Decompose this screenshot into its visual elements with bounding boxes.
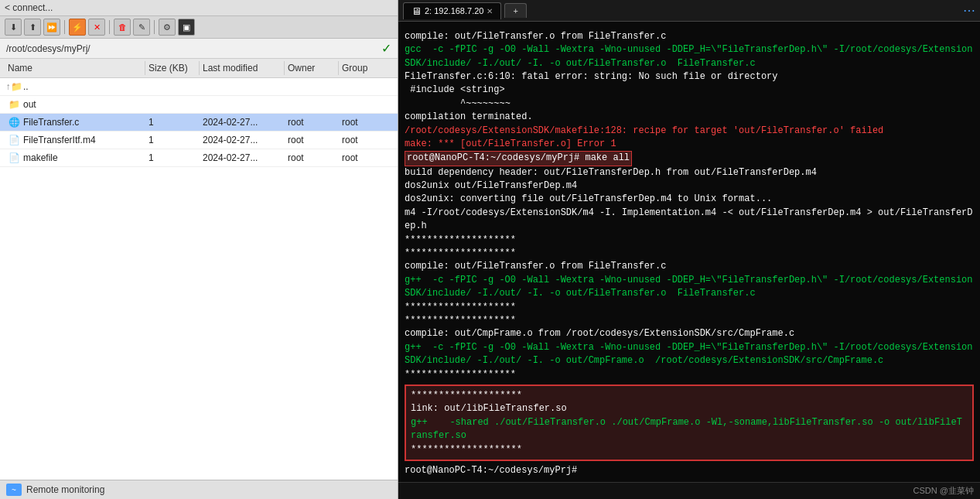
toolbar-terminal-btn[interactable]: ▣ <box>178 19 195 36</box>
terminal-line: #include <string> <box>405 84 974 97</box>
terminal-line: ******************** <box>405 247 974 260</box>
terminal-footer: CSDN @韭菜钟 <box>398 482 980 499</box>
terminal-body[interactable]: ****************************************… <box>398 22 980 482</box>
terminal-line: ******************** <box>411 443 968 456</box>
title-bar: < connect... <box>0 0 398 16</box>
toolbar-rename-btn[interactable]: ✎ <box>133 19 150 36</box>
title-text: < connect... <box>5 2 53 13</box>
file-owner: root <box>285 115 339 129</box>
breadcrumb-path: /root/codesys/myPrj/ <box>6 43 90 54</box>
terminal-dot-icon[interactable]: ⋯ <box>963 3 975 18</box>
terminal-line: ******************** <box>405 301 974 314</box>
file-name-cell: ↑📁 .. <box>5 80 145 94</box>
toolbar-settings-btn[interactable]: ⚙ <box>159 19 176 36</box>
file-group: root <box>339 133 393 147</box>
file-size <box>145 97 200 111</box>
col-group[interactable]: Group <box>339 61 393 75</box>
terminal-line: ******************** <box>411 389 968 402</box>
terminal-line: ^~~~~~~~~ <box>405 97 974 111</box>
terminal-line: ******************** <box>405 368 974 381</box>
terminal-highlighted-block: ********************link: out/libFileTra… <box>405 385 974 461</box>
file-m4-icon: 📄 <box>8 135 20 145</box>
toolbar-sep-1 <box>64 20 65 34</box>
table-row[interactable]: 📁 out <box>0 96 398 114</box>
toolbar-delete-btn[interactable]: 🗑 <box>114 19 131 36</box>
breadcrumb: /root/codesys/myPrj/ ✓ <box>0 39 398 59</box>
status-label: Remote monitoring <box>26 484 104 495</box>
col-modified[interactable]: Last modified <box>200 61 285 75</box>
terminal-line: gcc -c -fPIC -g -O0 -Wall -Wextra -Wno-u… <box>405 43 974 70</box>
file-group <box>339 80 393 94</box>
folder-up-icon: ↑📁 <box>8 81 20 92</box>
terminal-line: g++ -c -fPIC -g -O0 -Wall -Wextra -Wno-u… <box>405 341 974 368</box>
terminal-line: FileTransfer.c:6:10: fatal error: string… <box>405 70 974 84</box>
col-owner[interactable]: Owner <box>285 61 339 75</box>
status-icon-symbol: ~ <box>12 486 16 494</box>
status-bar: ~ Remote monitoring <box>0 480 398 499</box>
file-name-cell: 🌐 FileTransfer.c <box>5 115 145 129</box>
col-name[interactable]: Name <box>5 61 145 75</box>
file-name: makefile <box>23 152 58 163</box>
tab-1-close-icon[interactable]: ✕ <box>487 7 493 15</box>
file-modified: 2024-02-27... <box>200 151 285 165</box>
file-modified <box>200 97 285 111</box>
right-panel: 🖥 2: 192.168.7.20 ✕ + ⋯ ****************… <box>398 0 980 499</box>
terminal-line: dos2unix: converting file out/FileTransf… <box>405 193 974 206</box>
terminal-line: compile: out/FileTransfer.o from FileTra… <box>405 260 974 273</box>
file-table: ↑📁 .. 📁 out 🌐 FileTransfer.c 1 2024-02-2… <box>0 78 398 480</box>
terminal-tab-1[interactable]: 🖥 2: 192.168.7.20 ✕ <box>403 2 501 19</box>
file-owner <box>285 97 339 111</box>
terminal-line: ******************** <box>405 234 974 247</box>
file-size: 1 <box>145 115 200 129</box>
file-c-icon: 🌐 <box>8 117 20 128</box>
breadcrumb-check-icon: ✓ <box>381 41 391 56</box>
tab-1-icon: 🖥 <box>411 5 422 17</box>
file-size <box>145 80 200 94</box>
file-modified: 2024-02-27... <box>200 133 285 147</box>
table-row[interactable]: 📄 FileTransferItf.m4 1 2024-02-27... roo… <box>0 132 398 149</box>
toolbar-connect-btn[interactable]: ⚡ <box>69 19 86 36</box>
terminal-line: ******************** <box>405 314 974 327</box>
terminal-line: dos2unix out/FileTransferDep.m4 <box>405 179 974 193</box>
file-group: root <box>339 115 393 129</box>
terminal-line: compile: out/CmpFrame.o from /root/codes… <box>405 327 974 340</box>
file-name-cell: 📄 makefile <box>5 151 145 165</box>
toolbar-queue-btn[interactable]: ⏩ <box>43 19 60 36</box>
table-row[interactable]: ↑📁 .. <box>0 78 398 96</box>
table-row[interactable]: 📄 makefile 1 2024-02-27... root root <box>0 149 398 167</box>
file-name: FileTransfer.c <box>23 117 79 128</box>
file-owner: root <box>285 151 339 165</box>
footer-text: CSDN @韭菜钟 <box>913 485 974 497</box>
file-modified <box>200 80 285 94</box>
terminal-line: compilation terminated. <box>405 111 974 124</box>
toolbar-upload-btn[interactable]: ⬆ <box>24 19 41 36</box>
toolbar: ⬇ ⬆ ⏩ ⚡ ✕ 🗑 ✎ ⚙ ▣ <box>0 16 398 39</box>
terminal-line: root@NanoPC-T4:~/codesys/myPrj# make all <box>405 151 974 166</box>
col-size[interactable]: Size (KB) <box>145 61 200 75</box>
file-modified: 2024-02-27... <box>200 115 285 129</box>
file-name: FileTransferItf.m4 <box>23 135 96 145</box>
terminal-line: ******************** <box>405 22 974 30</box>
tab-1-label: 2: 192.168.7.20 <box>425 6 483 15</box>
terminal-line: link: out/libFileTransfer.so <box>411 402 968 415</box>
file-name: out <box>23 99 36 110</box>
toolbar-sep-2 <box>109 20 110 34</box>
folder-icon: 📁 <box>8 99 20 110</box>
file-owner <box>285 80 339 94</box>
terminal-line: root@NanoPC-T4:~/codesys/myPrj# <box>405 464 974 477</box>
table-row[interactable]: 🌐 FileTransfer.c 1 2024-02-27... root ro… <box>0 114 398 132</box>
terminal-line: build dependency header: out/FileTransfe… <box>405 166 974 179</box>
file-name-cell: 📄 FileTransferItf.m4 <box>5 133 145 147</box>
file-table-header: Name Size (KB) Last modified Owner Group <box>0 59 398 78</box>
toolbar-download-btn[interactable]: ⬇ <box>5 19 22 36</box>
terminal-tab-add[interactable]: + <box>504 3 526 18</box>
file-name-cell: 📁 out <box>5 97 145 111</box>
toolbar-disconnect-btn[interactable]: ✕ <box>88 19 105 36</box>
file-group: root <box>339 151 393 165</box>
terminal-line: g++ -c -fPIC -g -O0 -Wall -Wextra -Wno-u… <box>405 274 974 301</box>
terminal-line: make: *** [out/FileTransfer.o] Error 1 <box>405 138 974 151</box>
file-mk-icon: 📄 <box>8 152 20 163</box>
terminal-line: g++ -shared ./out/FileTransfer.o ./out/C… <box>411 416 968 443</box>
toolbar-sep-3 <box>154 20 155 34</box>
file-owner: root <box>285 133 339 147</box>
